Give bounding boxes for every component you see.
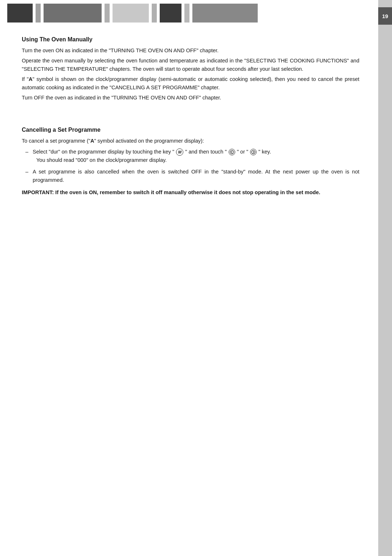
header-block-4 bbox=[105, 4, 110, 23]
icon-m-circle: M bbox=[176, 148, 183, 156]
section2-body: To cancel a set programme ("A" symbol ac… bbox=[22, 137, 359, 145]
or-text: or bbox=[240, 149, 245, 155]
section1-para1: Turn the oven ON as indicated in the "TU… bbox=[22, 46, 359, 54]
page-number-tab: 19 bbox=[378, 7, 392, 25]
important-note: IMPORTANT: If the oven is ON, remember t… bbox=[22, 188, 359, 196]
section2-title: Cancelling a Set Programme bbox=[22, 127, 359, 133]
section-cancelling: Cancelling a Set Programme To cancel a s… bbox=[22, 127, 359, 197]
svg-point-1 bbox=[252, 150, 255, 154]
header-block-7 bbox=[160, 4, 181, 23]
icon-circle-right bbox=[250, 149, 257, 155]
list-text-1-sub: You should read "000" on the clock/progr… bbox=[33, 156, 359, 164]
section-gap bbox=[22, 105, 359, 127]
list-dash-2: – bbox=[25, 168, 33, 184]
list-text-1: Select "dur" on the programmer display b… bbox=[33, 148, 359, 164]
section1-para4: Turn OFF the oven as indicated in the "T… bbox=[22, 94, 359, 102]
main-content: Using The Oven Manually Turn the oven ON… bbox=[22, 36, 370, 197]
header-block-5 bbox=[113, 4, 149, 23]
list-item-1: – Select "dur" on the programmer display… bbox=[22, 148, 359, 164]
header-block-6 bbox=[152, 4, 157, 23]
list-item-2: – A set programme is also cancelled when… bbox=[22, 168, 359, 184]
section1-para3: If "A" symbol is shown on the clock/prog… bbox=[22, 75, 359, 91]
header-block-1 bbox=[7, 4, 33, 23]
list-dash-1: – bbox=[25, 148, 33, 164]
header-block-8 bbox=[184, 4, 189, 23]
svg-point-0 bbox=[230, 150, 234, 154]
header-block-2 bbox=[36, 4, 41, 23]
list-text-2: A set programme is also cancelled when t… bbox=[33, 168, 359, 184]
section1-body: Turn the oven ON as indicated in the "TU… bbox=[22, 46, 359, 102]
page-number: 19 bbox=[382, 13, 388, 19]
header-block-9 bbox=[192, 4, 258, 23]
section1-title: Using The Oven Manually bbox=[22, 36, 359, 43]
right-sidebar bbox=[378, 0, 392, 556]
section1-para2: Operate the oven manually by selecting t… bbox=[22, 57, 359, 73]
section-using-oven: Using The Oven Manually Turn the oven ON… bbox=[22, 36, 359, 102]
header-block-3 bbox=[44, 4, 102, 23]
header-bar bbox=[0, 0, 392, 26]
section2-intro: To cancel a set programme ("A" symbol ac… bbox=[22, 137, 359, 145]
icon-circle-left bbox=[229, 149, 235, 155]
